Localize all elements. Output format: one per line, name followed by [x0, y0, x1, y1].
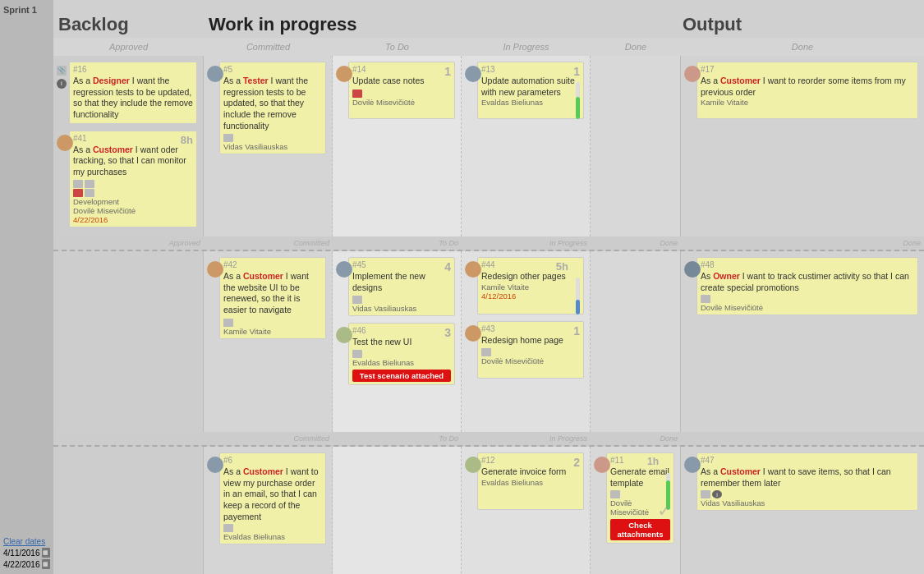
progress-fill-44 [576, 300, 580, 315]
sprint3-done: 1h ✓ #11 Generate email template Dovilė … [591, 447, 681, 574]
attach-icon-47 [701, 490, 710, 498]
sprint1-footer: Approved Committed To Do In Progress Don… [53, 236, 924, 250]
card-11-text: Generate email template [610, 466, 670, 489]
card-14-text: Update case notes [352, 76, 451, 87]
avatar-11 [594, 457, 610, 473]
comment-icon [73, 180, 83, 188]
sprint-row-2: #42 As a Customer I want the website UI … [53, 251, 924, 447]
sprint-label: Sprint 1 [3, 5, 50, 15]
col-approved: Approved [53, 42, 204, 52]
card-12[interactable]: 2 #12 Generate invoice form Evaldas Biel… [477, 452, 584, 510]
card-47[interactable]: #47 As a Customer I want to save items, … [696, 452, 918, 511]
footer2-committed: Committed [204, 432, 333, 445]
card-11[interactable]: 1h ✓ #11 Generate email template Dovilė … [606, 452, 674, 544]
card-44[interactable]: 5h #44 Redesign other pages Kamile Vitai… [477, 257, 584, 315]
sprint2-footer: Committed To Do In Progress Done [53, 432, 924, 445]
card-13-text: Update automation suite with new paramet… [481, 76, 580, 98]
attach-icon-41 [85, 180, 94, 188]
sprint-row-3-main: #6 As a Customer I want to view my purch… [53, 447, 924, 574]
card-47-assignee: Vidas Vasiliauskas [701, 498, 914, 507]
card-5[interactable]: #5 As a Tester I want the regression tes… [219, 62, 326, 154]
card-16[interactable]: 📎 i #16 As a Designer I want the regress… [69, 62, 197, 124]
sprint-row-2-main: #42 As a Customer I want the website UI … [53, 251, 924, 432]
card-43[interactable]: 1 #43 Redesign home page Dovilė Miseviči… [477, 321, 584, 379]
page: Sprint 1 Clear dates 4/11/2016 ▦ 4/22/20… [0, 0, 924, 574]
avatar-46 [336, 327, 352, 343]
sprint2-backlog [53, 251, 204, 432]
badge-45: 4 [444, 260, 451, 273]
card-46-text: Test the new UI [352, 337, 451, 348]
card-11-alert: Check attachments [610, 519, 670, 540]
left-sidebar: Sprint 1 Clear dates 4/11/2016 ▦ 4/22/20… [0, 0, 53, 574]
card-47-text: As a Customer I want to save items, so t… [701, 466, 914, 489]
card-12-id: #12 [481, 456, 580, 465]
card-17-id: #17 [701, 65, 914, 74]
task-icon-5 [223, 134, 233, 142]
sprint1-done [591, 56, 681, 236]
calendar-icon-end[interactable]: ▦ [42, 559, 51, 569]
footer-inprogress: In Progress [462, 236, 591, 250]
sprint1-output: #17 As a Customer I want to reorder some… [681, 56, 924, 236]
card-14-assignee: Dovilė Misevičiūtė [352, 98, 451, 107]
card-42-text: As a Customer I want the website UI to b… [223, 271, 322, 316]
calendar-icon-start[interactable]: ▦ [42, 548, 51, 558]
card-16-id: #16 [73, 65, 193, 74]
avatar-12 [465, 457, 481, 473]
card-13-assignee: Evaldas Bieliunas [481, 98, 580, 107]
badge-12: 2 [573, 456, 580, 469]
col-committed: Committed [204, 42, 333, 52]
card-44-text: Redesign other pages [481, 271, 580, 282]
sprint2-committed: #42 As a Customer I want the website UI … [204, 251, 333, 432]
output-header: Output [678, 14, 924, 35]
sprint3-backlog [53, 447, 204, 574]
card-46[interactable]: 3 #46 Test the new UI Evaldas Bieliunas … [348, 323, 455, 385]
card-48[interactable]: #48 As Owner I want to track custimer ac… [696, 257, 918, 315]
badge-13: 1 [573, 65, 580, 78]
card-41-assignee: Dovilė Misevičiūtė [73, 206, 193, 215]
card-46-alert: Test scenario attached [352, 370, 451, 382]
card-45[interactable]: 4 #45 Implement the new designs Vidas Va… [348, 257, 455, 316]
card-6-text: As a Customer I want to view my purchase… [223, 466, 322, 522]
card-17[interactable]: #17 As a Customer I want to reorder some… [696, 62, 918, 119]
cal-red-icon [73, 189, 83, 197]
card-41[interactable]: 8h #41 As a Customer I want oder trackin… [69, 131, 197, 228]
badge-46: 3 [444, 326, 451, 339]
task-icon-42 [223, 319, 233, 327]
card-11-id: #11 [610, 456, 670, 465]
badge-11: 1h [647, 456, 659, 467]
card-13[interactable]: 1 #13 Update automation suite with new p… [477, 62, 584, 119]
card-6[interactable]: #6 As a Customer I want to view my purch… [219, 452, 326, 544]
avatar-48 [684, 261, 701, 278]
footer2-todo: To Do [333, 432, 462, 445]
card-16-text: As a Designer I want the regression test… [73, 76, 193, 121]
cal-icon-45 [352, 296, 362, 304]
sprint1-backlog: 📎 i #16 As a Designer I want the regress… [53, 56, 204, 236]
attach-icon: 📎 [57, 66, 67, 76]
column-headers: Approved Committed To Do In Progress Don… [53, 38, 924, 56]
avatar-13 [465, 66, 481, 82]
time-badge-41: 8h [181, 134, 193, 146]
card-45-text: Implement the new designs [352, 271, 451, 293]
card-43-assignee: Dovilė Misevičiūtė [481, 356, 580, 365]
progress-bar-13 [576, 82, 580, 119]
footer-approved: Approved [53, 236, 204, 250]
sprint3-output: #47 As a Customer I want to save items, … [681, 447, 924, 574]
card-42-assignee: Kamile Vitaite [223, 327, 322, 336]
progress-bar-44 [576, 278, 580, 315]
clear-dates-link[interactable]: Clear dates [3, 537, 50, 546]
footer2-approved [53, 432, 204, 445]
badge-44: 5h [556, 260, 568, 273]
card-45-id: #45 [352, 260, 451, 269]
avatar-45 [336, 261, 352, 278]
footer-done: Done [591, 236, 681, 250]
task-icon [85, 189, 94, 197]
footer-committed: Committed [204, 236, 333, 250]
footer2-inprogress: In Progress [462, 432, 591, 445]
sprint3-inprogress: 2 #12 Generate invoice form Evaldas Biel… [462, 447, 591, 574]
card-46-assignee: Evaldas Bieliunas [352, 358, 451, 367]
sprint3-todo [333, 447, 462, 574]
card-14[interactable]: 1 #14 Update case notes Dovilė Misevičiū… [348, 62, 455, 119]
card-48-assignee: Dovilė Misevičiūtė [701, 303, 914, 312]
footer2-done: Done [591, 432, 681, 445]
card-42[interactable]: #42 As a Customer I want the website UI … [219, 257, 326, 339]
